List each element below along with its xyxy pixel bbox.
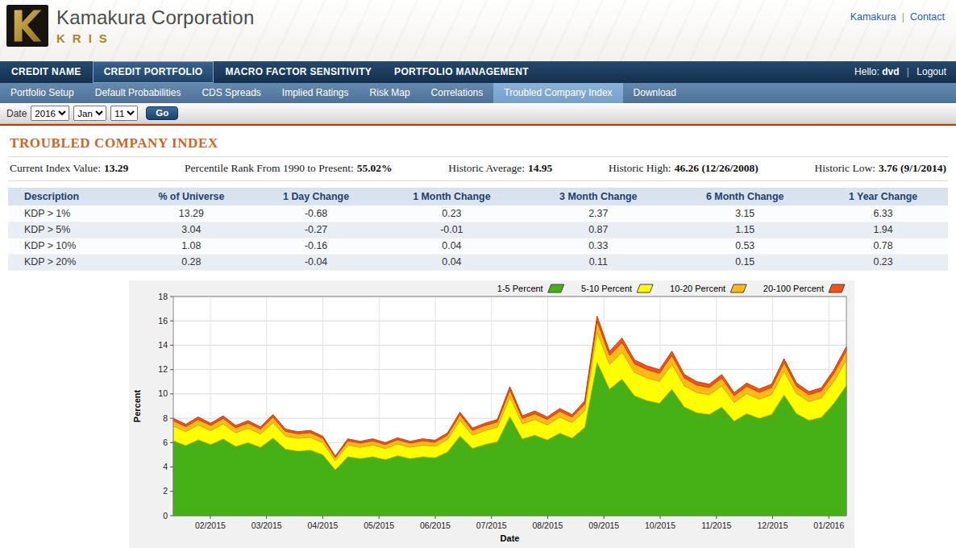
cell: 3.15 [671,205,818,222]
stacked-area-chart: 02468101214161802/201503/201504/201505/2… [129,280,854,548]
link-separator: | [902,11,904,23]
col-description: Description [8,188,129,205]
stat-historic-high: Historic High:46.26 (12/26/2008) [609,162,759,175]
brand-kris: KRIS [56,31,254,45]
legend-label: 20-100 Percent [763,283,824,292]
x-tick-label: 11/2015 [701,521,731,530]
col-1day: 1 Day Change [254,188,379,205]
logout-link[interactable]: Logout [917,66,946,77]
kamakura-logo [6,5,48,47]
greeting-user: dvd [882,66,899,77]
day-select[interactable]: 11 [110,106,138,121]
sub-nav: Portfolio Setup Default Probabilities CD… [0,83,956,103]
legend-label: 5-10 Percent [581,283,632,292]
legend-swatch [730,284,746,292]
subnav-troubled-company-index[interactable]: Troubled Company Index [493,83,622,103]
header-links: Kamakura|Contact [850,11,945,23]
kris-app: Kamakura Corporation KRIS Kamakura|Conta… [0,0,956,551]
legend-swatch [637,284,653,292]
main-nav: CREDIT NAME CREDIT PORTFOLIO MACRO FACTO… [0,61,956,83]
cell: KDP > 10% [8,238,129,254]
col-3month: 3 Month Change [525,188,671,205]
cell: -0.27 [254,222,379,238]
nav-credit-name[interactable]: CREDIT NAME [0,61,93,83]
nav-macro-factor-sensitivity[interactable]: MACRO FACTOR SENSITIVITY [214,61,383,83]
date-label: Date [6,108,27,119]
greeting-label: Hello: [854,66,879,77]
cell: 0.28 [129,254,254,270]
go-button[interactable]: Go [146,106,178,120]
divider [8,180,948,181]
subnav-portfolio-setup[interactable]: Portfolio Setup [0,83,85,103]
month-select[interactable]: Jan [73,106,106,121]
date-bar: Date 2016 Jan 11 Go [0,103,956,124]
y-tick-label: 6 [163,437,168,446]
x-tick-label: 08/2015 [533,521,563,530]
legend-label: 1-5 Percent [497,283,543,292]
cell: 1.15 [671,222,818,238]
legend-swatch [548,284,564,292]
x-tick-label: 03/2015 [251,521,282,530]
troubled-index-chart: 02468101214161802/201503/201504/201505/2… [129,280,854,551]
stat-historic-low: Historic Low:3.76 (9/1/2014) [815,162,946,175]
content: TROUBLED COMPANY INDEX Current Index Val… [0,135,956,551]
stat-current-index: Current Index Value:13.29 [10,162,128,175]
cell: 0.04 [378,254,525,270]
cell: 0.23 [818,254,948,270]
y-tick-label: 0 [163,510,168,520]
cell: 13.29 [129,205,254,222]
link-kamakura[interactable]: Kamakura [850,11,896,23]
main-nav-items: CREDIT NAME CREDIT PORTFOLIO MACRO FACTO… [0,61,540,83]
stat-historic-average: Historic Average:14.95 [448,162,552,175]
subnav-download[interactable]: Download [623,83,687,103]
nav-credit-portfolio[interactable]: CREDIT PORTFOLIO [93,61,214,83]
subnav-risk-map[interactable]: Risk Map [360,83,421,103]
y-tick-label: 12 [158,364,168,374]
link-contact[interactable]: Contact [910,11,945,23]
table-row: KDP > 5% 3.04 -0.27 -0.01 0.87 1.15 1.94 [8,222,948,238]
x-tick-label: 05/2015 [364,521,394,530]
year-select[interactable]: 2016 [31,106,69,121]
subnav-default-probabilities[interactable]: Default Probabilities [85,83,192,103]
user-separator: | [907,66,909,77]
nav-portfolio-management[interactable]: PORTFOLIO MANAGEMENT [383,61,540,83]
cell: KDP > 20% [8,254,129,270]
cell: 0.11 [525,254,671,270]
x-tick-label: 02/2015 [195,521,226,530]
x-tick-label: 06/2015 [420,521,451,530]
accent-divider [0,124,956,126]
subnav-implied-ratings[interactable]: Implied Ratings [272,83,360,103]
table-row: KDP > 1% 13.29 -0.68 0.23 2.37 3.15 6.33 [8,205,948,222]
x-tick-label: 09/2015 [588,521,619,530]
x-tick-label: 07/2015 [476,521,507,530]
y-tick-label: 18 [158,291,168,301]
subnav-correlations[interactable]: Correlations [421,83,494,103]
x-tick-label: 10/2015 [645,521,675,530]
cell: 0.33 [525,238,671,254]
table-row: KDP > 10% 1.08 -0.16 0.04 0.33 0.53 0.78 [8,238,948,254]
cell: 6.33 [818,205,948,222]
cell: 0.04 [378,238,525,254]
cell: 0.53 [671,238,818,254]
y-tick-label: 16 [158,315,168,325]
col-1year: 1 Year Change [818,188,948,205]
cell: -0.01 [378,222,525,238]
y-tick-label: 8 [163,413,168,422]
y-axis-title: Percent [132,389,142,422]
cell: 1.94 [818,222,948,238]
page-title: TROUBLED COMPANY INDEX [10,135,946,151]
cell: KDP > 5% [8,222,129,238]
subnav-cds-spreads[interactable]: CDS Spreads [191,83,271,103]
y-tick-label: 10 [158,388,168,398]
cell: 1.08 [129,238,254,254]
col-1month: 1 Month Change [378,188,525,205]
site-header: Kamakura Corporation KRIS Kamakura|Conta… [0,0,956,61]
table-row: KDP > 20% 0.28 -0.04 0.04 0.11 0.15 0.23 [8,254,948,270]
y-tick-label: 4 [163,462,168,471]
cell: -0.68 [254,205,379,222]
cell: 0.78 [818,238,948,254]
cell: 2.37 [525,205,671,222]
cell: KDP > 1% [8,205,129,222]
cell: 3.04 [129,222,254,238]
cell: 0.23 [378,205,525,222]
